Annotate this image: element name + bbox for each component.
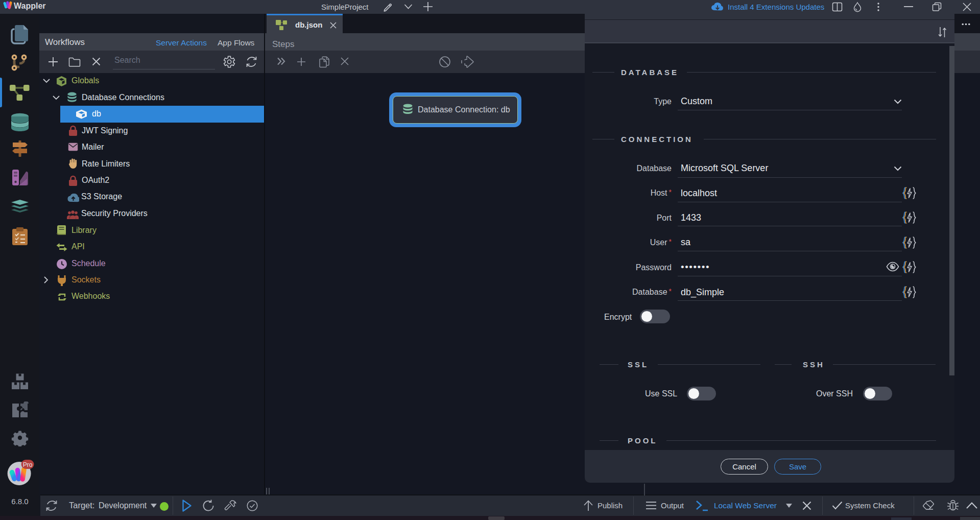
svg-text:Pro: Pro <box>23 461 33 468</box>
